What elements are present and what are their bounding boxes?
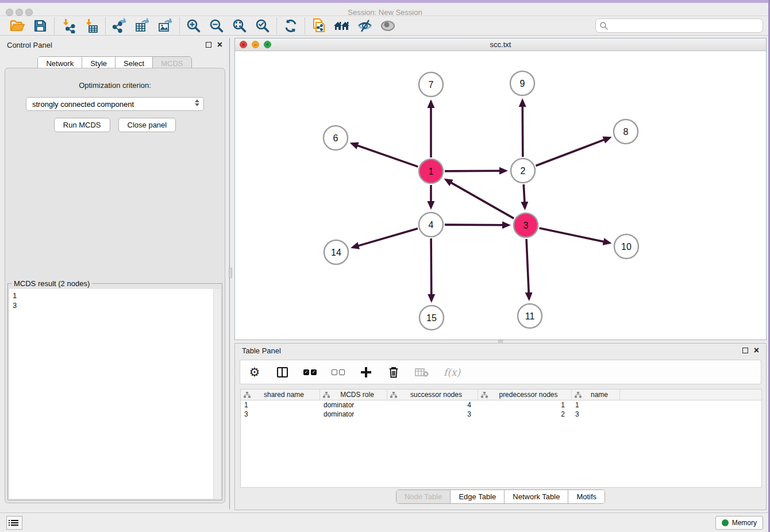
graph-edge-1-2[interactable] [445, 171, 506, 171]
delete-table-icon-disabled [415, 367, 429, 377]
birds-eye-view-icon[interactable] [376, 17, 399, 34]
graph-edge-3-11[interactable] [526, 239, 529, 299]
graph-edge-2-9[interactable] [522, 101, 523, 157]
network-minimize-button[interactable]: − [252, 41, 259, 48]
mcds-result-group: MCDS result (2 nodes) 1 3 [7, 283, 222, 500]
column-header-shared-name[interactable]: shared name [241, 390, 320, 400]
optimization-criterion-select[interactable]: strongly connected component [26, 97, 204, 111]
network-close-button[interactable]: × [240, 41, 247, 48]
table-cell: 1 [572, 400, 620, 410]
control-panel: Control Panel × NetworkStyleSelectMCDS O… [0, 38, 230, 509]
app-titlebar: Session: New Session [0, 3, 770, 16]
graph-node-1[interactable]: 1 [419, 159, 443, 183]
column-header-name[interactable]: name [572, 390, 620, 400]
graph-node-11[interactable]: 11 [518, 304, 542, 328]
graph-edge-3-1[interactable] [446, 180, 514, 218]
apply-layout-icon[interactable] [279, 17, 302, 34]
export-table-icon[interactable] [131, 17, 154, 34]
graph-edge-1-6[interactable] [352, 144, 418, 167]
graph-node-label: 1 [429, 167, 434, 176]
import-table-icon[interactable] [80, 17, 103, 34]
vertical-splitter-handle[interactable] [229, 268, 232, 278]
graph-node-label: 6 [333, 133, 338, 143]
network-view-window: × − + scc.txt 7968124314101511 [234, 38, 767, 340]
task-history-button[interactable] [6, 516, 22, 530]
float-panel-icon[interactable] [206, 42, 211, 48]
toolbar-separator [276, 18, 277, 34]
delete-column-trash-icon[interactable] [387, 366, 400, 378]
table-panel: Table Panel × ⚙ ✓✓ f(x) shared nameMCDS … [234, 343, 767, 510]
float-table-panel-icon[interactable] [742, 348, 748, 353]
graph-edge-4-14[interactable] [353, 229, 418, 248]
graph-node-label: 4 [429, 220, 434, 230]
graph-node-14[interactable]: 14 [324, 240, 348, 264]
mcds-result-text[interactable]: 1 3 [9, 289, 213, 499]
add-column-plus-icon[interactable] [360, 367, 372, 377]
graph-edge-4-3[interactable] [445, 225, 509, 225]
zoom-in-icon[interactable] [182, 17, 205, 34]
graph-node-2[interactable]: 2 [511, 159, 535, 183]
graph-node-9[interactable]: 9 [510, 71, 534, 95]
window-top-accent [0, 0, 770, 3]
select-all-rows-icon[interactable]: ✓✓ [303, 369, 317, 375]
export-image-icon[interactable] [154, 17, 177, 34]
network-canvas[interactable]: 7968124314101511 [235, 51, 766, 340]
control-panel-title: Control Panel [7, 41, 52, 49]
list-icon [11, 520, 18, 526]
graph-node-8[interactable]: 8 [614, 119, 638, 144]
main-toolbar [0, 16, 770, 36]
graph-node-label: 2 [521, 166, 526, 176]
graph-node-10[interactable]: 10 [614, 234, 638, 259]
zoom-out-icon[interactable] [205, 17, 228, 34]
search-field[interactable] [595, 18, 763, 33]
result-scrollbar[interactable] [213, 289, 221, 499]
table-cell: 3 [387, 410, 478, 419]
graph-node-label: 8 [623, 127, 629, 137]
search-icon [600, 22, 608, 30]
table-panel-tabs: Node TableEdge TableNetwork TableMotifs [396, 489, 605, 504]
network-window-titlebar[interactable]: × − + scc.txt [235, 38, 766, 51]
run-mcds-button[interactable]: Run MCDS [54, 118, 110, 132]
close-table-panel-icon[interactable]: × [754, 348, 759, 353]
graph-edge-2-3[interactable] [523, 184, 525, 208]
export-network-icon[interactable] [108, 17, 131, 34]
graph-node-4[interactable]: 4 [419, 213, 443, 237]
node-table: shared nameMCDS rolesuccessor nodesprede… [240, 389, 762, 488]
graph-edge-2-8[interactable] [536, 138, 610, 166]
tab-motifs[interactable]: Motifs [568, 490, 605, 503]
deselect-all-rows-icon[interactable] [332, 369, 345, 375]
column-header-MCDS-role[interactable]: MCDS role [320, 390, 387, 400]
network-graph: 7968124314101511 [235, 51, 766, 340]
column-header-predecessor-nodes[interactable]: predecessor nodes [478, 390, 572, 400]
function-builder-icon-disabled: f(x) [444, 367, 460, 378]
table-row[interactable]: 1dominator411 [241, 400, 761, 410]
save-session-icon[interactable] [29, 17, 52, 34]
memory-button[interactable]: Memory [715, 516, 763, 530]
hide-graphics-details-icon[interactable] [353, 17, 376, 34]
graph-edge-4-15[interactable] [431, 238, 432, 300]
open-file-icon[interactable] [6, 17, 29, 34]
graph-node-6[interactable]: 6 [324, 126, 348, 150]
import-network-icon[interactable] [57, 17, 80, 34]
table-row[interactable]: 3dominator323 [241, 410, 761, 419]
tab-node-table[interactable]: Node Table [396, 490, 451, 503]
zoom-selected-icon[interactable] [251, 17, 274, 34]
graph-node-label: 15 [426, 313, 437, 323]
graph-node-3[interactable]: 3 [514, 213, 538, 237]
clone-network-icon[interactable] [307, 17, 330, 34]
search-input[interactable] [611, 22, 763, 30]
zoom-fit-icon[interactable] [228, 17, 251, 34]
graph-node-15[interactable]: 15 [419, 306, 444, 330]
close-panel-button[interactable]: Close panel [118, 118, 176, 132]
table-cell: 3 [572, 410, 620, 419]
close-panel-icon[interactable]: × [217, 42, 222, 48]
tab-edge-table[interactable]: Edge Table [451, 490, 505, 503]
network-maximize-button[interactable]: + [264, 41, 271, 48]
graph-node-7[interactable]: 7 [419, 72, 443, 97]
tab-network-table[interactable]: Network Table [505, 490, 568, 503]
show-columns-icon[interactable] [276, 367, 288, 377]
column-header-successor-nodes[interactable]: successor nodes [387, 390, 478, 400]
graph-edge-3-10[interactable] [539, 228, 609, 243]
table-settings-gear-icon[interactable]: ⚙ [248, 367, 261, 378]
home-icon[interactable] [330, 17, 353, 34]
